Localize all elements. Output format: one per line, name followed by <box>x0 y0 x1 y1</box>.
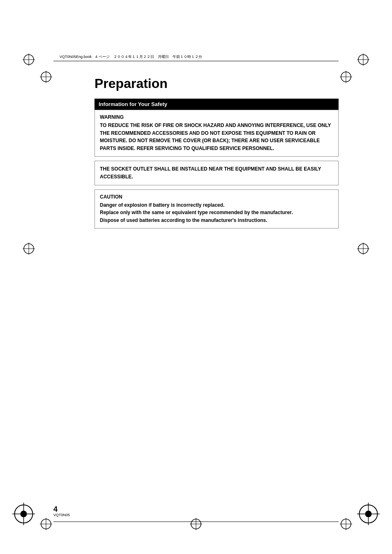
reg-mark-tr-inner <box>340 71 352 83</box>
socket-box: THE SOCKET OUTLET SHALL BE INSTALLED NEA… <box>95 161 339 185</box>
caution-line-2: Replace only with the same or equivalent… <box>100 210 293 215</box>
socket-text: THE SOCKET OUTLET SHALL BE INSTALLED NEA… <box>100 165 333 180</box>
page-title: Preparation <box>95 76 339 91</box>
caution-line-3: Dispose of used batteries according to t… <box>100 217 267 223</box>
header-rule <box>53 61 339 61</box>
caution-line-1: Danger of explosion if battery is incorr… <box>100 202 224 208</box>
reg-mark-br-inner <box>340 518 352 530</box>
page-code: VQT0N05 <box>53 513 70 517</box>
reg-mark-br-large <box>357 503 380 525</box>
reg-mark-tl-outer <box>23 53 35 66</box>
content-area: Preparation Information for Your Safety … <box>95 76 339 501</box>
reg-mark-ml <box>23 242 35 255</box>
page: VQT0N05Eng.book 4 ページ ２００４年１１月２２日 月曜日 午前… <box>0 0 392 554</box>
section-header: Information for Your Safety <box>95 99 339 110</box>
file-info: VQT0N05Eng.book 4 ページ ２００４年１１月２２日 月曜日 午前… <box>60 54 202 60</box>
reg-mark-tr-outer <box>357 53 369 66</box>
page-number-area: 4 VQT0N05 <box>53 506 70 517</box>
warning-box: WARNING TO REDUCE THE RISK OF FIRE OR SH… <box>95 110 339 157</box>
reg-mark-bl-large <box>12 503 35 525</box>
warning-text: TO REDUCE THE RISK OF FIRE OR SHOCK HAZA… <box>100 122 333 152</box>
caution-box: CAUTION Danger of explosion if battery i… <box>95 189 339 229</box>
reg-mark-bc <box>190 518 202 530</box>
caution-title: CAUTION <box>100 194 333 200</box>
warning-title: WARNING <box>100 114 333 120</box>
page-number: 4 <box>53 506 70 513</box>
reg-mark-mr <box>357 242 369 255</box>
caution-text: Danger of explosion if battery is incorr… <box>100 201 333 224</box>
reg-mark-tl-inner <box>40 71 52 83</box>
reg-mark-bl-inner <box>40 518 52 530</box>
